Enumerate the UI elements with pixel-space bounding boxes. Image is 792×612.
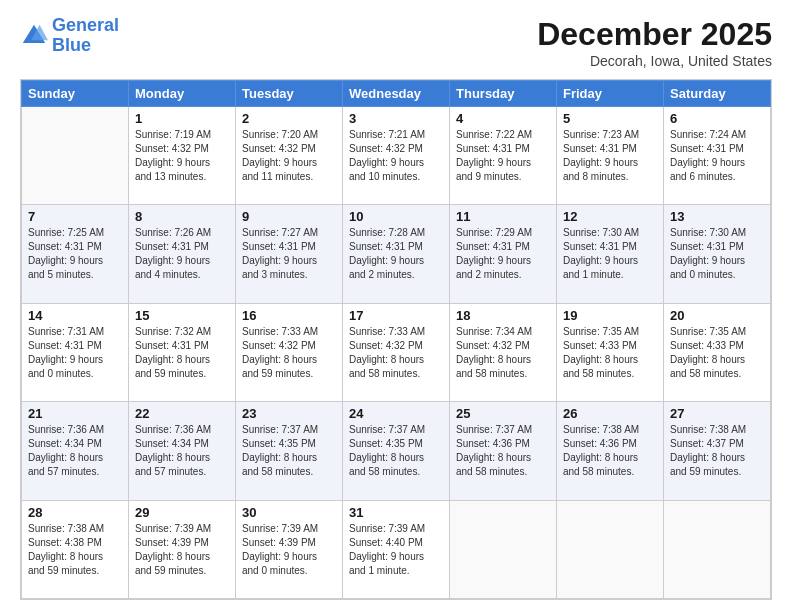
calendar-cell: 17Sunrise: 7:33 AMSunset: 4:32 PMDayligh… (343, 303, 450, 401)
calendar-cell: 25Sunrise: 7:37 AMSunset: 4:36 PMDayligh… (450, 402, 557, 500)
day-info: Sunrise: 7:38 AMSunset: 4:36 PMDaylight:… (563, 423, 657, 479)
day-info: Sunrise: 7:36 AMSunset: 4:34 PMDaylight:… (135, 423, 229, 479)
weekday-monday: Monday (129, 81, 236, 107)
day-info: Sunrise: 7:37 AMSunset: 4:35 PMDaylight:… (242, 423, 336, 479)
day-info: Sunrise: 7:32 AMSunset: 4:31 PMDaylight:… (135, 325, 229, 381)
calendar-cell: 8Sunrise: 7:26 AMSunset: 4:31 PMDaylight… (129, 205, 236, 303)
day-info: Sunrise: 7:22 AMSunset: 4:31 PMDaylight:… (456, 128, 550, 184)
page: General Blue December 2025 Decorah, Iowa… (0, 0, 792, 612)
day-number: 30 (242, 505, 336, 520)
calendar-cell: 23Sunrise: 7:37 AMSunset: 4:35 PMDayligh… (236, 402, 343, 500)
day-number: 10 (349, 209, 443, 224)
day-number: 5 (563, 111, 657, 126)
day-info: Sunrise: 7:30 AMSunset: 4:31 PMDaylight:… (670, 226, 764, 282)
day-info: Sunrise: 7:23 AMSunset: 4:31 PMDaylight:… (563, 128, 657, 184)
day-info: Sunrise: 7:33 AMSunset: 4:32 PMDaylight:… (349, 325, 443, 381)
header: General Blue December 2025 Decorah, Iowa… (20, 16, 772, 69)
calendar-cell: 24Sunrise: 7:37 AMSunset: 4:35 PMDayligh… (343, 402, 450, 500)
calendar-cell: 7Sunrise: 7:25 AMSunset: 4:31 PMDaylight… (22, 205, 129, 303)
day-number: 9 (242, 209, 336, 224)
weekday-wednesday: Wednesday (343, 81, 450, 107)
calendar-cell: 1Sunrise: 7:19 AMSunset: 4:32 PMDaylight… (129, 107, 236, 205)
calendar-cell (450, 500, 557, 598)
calendar-cell: 4Sunrise: 7:22 AMSunset: 4:31 PMDaylight… (450, 107, 557, 205)
calendar-cell: 22Sunrise: 7:36 AMSunset: 4:34 PMDayligh… (129, 402, 236, 500)
day-info: Sunrise: 7:31 AMSunset: 4:31 PMDaylight:… (28, 325, 122, 381)
day-info: Sunrise: 7:24 AMSunset: 4:31 PMDaylight:… (670, 128, 764, 184)
weekday-tuesday: Tuesday (236, 81, 343, 107)
day-number: 20 (670, 308, 764, 323)
day-info: Sunrise: 7:19 AMSunset: 4:32 PMDaylight:… (135, 128, 229, 184)
day-number: 26 (563, 406, 657, 421)
logo: General Blue (20, 16, 119, 56)
logo-icon (20, 22, 48, 50)
calendar-cell: 6Sunrise: 7:24 AMSunset: 4:31 PMDaylight… (664, 107, 771, 205)
calendar-cell: 16Sunrise: 7:33 AMSunset: 4:32 PMDayligh… (236, 303, 343, 401)
day-info: Sunrise: 7:33 AMSunset: 4:32 PMDaylight:… (242, 325, 336, 381)
calendar-cell: 3Sunrise: 7:21 AMSunset: 4:32 PMDaylight… (343, 107, 450, 205)
day-info: Sunrise: 7:35 AMSunset: 4:33 PMDaylight:… (670, 325, 764, 381)
calendar-cell (664, 500, 771, 598)
day-info: Sunrise: 7:38 AMSunset: 4:38 PMDaylight:… (28, 522, 122, 578)
calendar-cell: 9Sunrise: 7:27 AMSunset: 4:31 PMDaylight… (236, 205, 343, 303)
weekday-friday: Friday (557, 81, 664, 107)
day-number: 3 (349, 111, 443, 126)
calendar-cell: 13Sunrise: 7:30 AMSunset: 4:31 PMDayligh… (664, 205, 771, 303)
day-info: Sunrise: 7:36 AMSunset: 4:34 PMDaylight:… (28, 423, 122, 479)
day-number: 8 (135, 209, 229, 224)
day-info: Sunrise: 7:28 AMSunset: 4:31 PMDaylight:… (349, 226, 443, 282)
weekday-sunday: Sunday (22, 81, 129, 107)
calendar-body: 1Sunrise: 7:19 AMSunset: 4:32 PMDaylight… (22, 107, 771, 599)
day-number: 16 (242, 308, 336, 323)
day-number: 18 (456, 308, 550, 323)
day-info: Sunrise: 7:39 AMSunset: 4:40 PMDaylight:… (349, 522, 443, 578)
calendar-cell: 31Sunrise: 7:39 AMSunset: 4:40 PMDayligh… (343, 500, 450, 598)
day-number: 12 (563, 209, 657, 224)
day-number: 19 (563, 308, 657, 323)
calendar-cell: 29Sunrise: 7:39 AMSunset: 4:39 PMDayligh… (129, 500, 236, 598)
day-info: Sunrise: 7:29 AMSunset: 4:31 PMDaylight:… (456, 226, 550, 282)
day-number: 4 (456, 111, 550, 126)
day-info: Sunrise: 7:37 AMSunset: 4:35 PMDaylight:… (349, 423, 443, 479)
day-number: 27 (670, 406, 764, 421)
day-info: Sunrise: 7:30 AMSunset: 4:31 PMDaylight:… (563, 226, 657, 282)
calendar-cell: 11Sunrise: 7:29 AMSunset: 4:31 PMDayligh… (450, 205, 557, 303)
day-number: 21 (28, 406, 122, 421)
calendar-cell: 12Sunrise: 7:30 AMSunset: 4:31 PMDayligh… (557, 205, 664, 303)
day-number: 11 (456, 209, 550, 224)
main-title: December 2025 (537, 16, 772, 53)
calendar-cell: 30Sunrise: 7:39 AMSunset: 4:39 PMDayligh… (236, 500, 343, 598)
logo-text: General Blue (52, 16, 119, 56)
day-number: 31 (349, 505, 443, 520)
day-info: Sunrise: 7:38 AMSunset: 4:37 PMDaylight:… (670, 423, 764, 479)
calendar-cell (557, 500, 664, 598)
day-number: 28 (28, 505, 122, 520)
day-info: Sunrise: 7:26 AMSunset: 4:31 PMDaylight:… (135, 226, 229, 282)
day-info: Sunrise: 7:27 AMSunset: 4:31 PMDaylight:… (242, 226, 336, 282)
weekday-header: SundayMondayTuesdayWednesdayThursdayFrid… (22, 81, 771, 107)
week-row-2: 14Sunrise: 7:31 AMSunset: 4:31 PMDayligh… (22, 303, 771, 401)
day-info: Sunrise: 7:39 AMSunset: 4:39 PMDaylight:… (242, 522, 336, 578)
day-number: 25 (456, 406, 550, 421)
calendar-cell: 27Sunrise: 7:38 AMSunset: 4:37 PMDayligh… (664, 402, 771, 500)
day-info: Sunrise: 7:25 AMSunset: 4:31 PMDaylight:… (28, 226, 122, 282)
day-info: Sunrise: 7:20 AMSunset: 4:32 PMDaylight:… (242, 128, 336, 184)
day-info: Sunrise: 7:21 AMSunset: 4:32 PMDaylight:… (349, 128, 443, 184)
day-info: Sunrise: 7:35 AMSunset: 4:33 PMDaylight:… (563, 325, 657, 381)
day-number: 24 (349, 406, 443, 421)
day-info: Sunrise: 7:34 AMSunset: 4:32 PMDaylight:… (456, 325, 550, 381)
subtitle: Decorah, Iowa, United States (537, 53, 772, 69)
week-row-1: 7Sunrise: 7:25 AMSunset: 4:31 PMDaylight… (22, 205, 771, 303)
calendar-cell: 21Sunrise: 7:36 AMSunset: 4:34 PMDayligh… (22, 402, 129, 500)
calendar-cell: 2Sunrise: 7:20 AMSunset: 4:32 PMDaylight… (236, 107, 343, 205)
day-number: 2 (242, 111, 336, 126)
calendar-cell: 10Sunrise: 7:28 AMSunset: 4:31 PMDayligh… (343, 205, 450, 303)
calendar-cell: 5Sunrise: 7:23 AMSunset: 4:31 PMDaylight… (557, 107, 664, 205)
day-info: Sunrise: 7:39 AMSunset: 4:39 PMDaylight:… (135, 522, 229, 578)
calendar-cell: 20Sunrise: 7:35 AMSunset: 4:33 PMDayligh… (664, 303, 771, 401)
weekday-thursday: Thursday (450, 81, 557, 107)
day-info: Sunrise: 7:37 AMSunset: 4:36 PMDaylight:… (456, 423, 550, 479)
calendar-cell: 19Sunrise: 7:35 AMSunset: 4:33 PMDayligh… (557, 303, 664, 401)
day-number: 29 (135, 505, 229, 520)
day-number: 7 (28, 209, 122, 224)
